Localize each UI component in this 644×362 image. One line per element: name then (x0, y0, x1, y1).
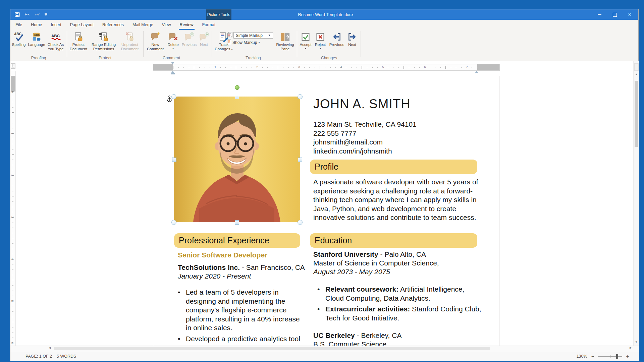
zoom-in-icon[interactable]: + (626, 354, 629, 359)
profile-section-heading[interactable]: Profile (310, 160, 477, 174)
education-bullet[interactable]: •Relevant coursework: Artificial Intelli… (317, 285, 485, 303)
vertical-scrollbar-thumb[interactable] (635, 81, 638, 147)
tab-stop-selector[interactable] (11, 63, 15, 69)
new-comment-button[interactable]: New Comment (146, 31, 165, 51)
tab-mail-merge[interactable]: Mail Merge (128, 20, 158, 30)
save-icon[interactable] (14, 12, 20, 17)
scroll-up-icon[interactable]: ▲ (634, 73, 639, 76)
maximize-button[interactable] (607, 9, 622, 20)
delete-comment-button[interactable]: Delete ▾ (166, 31, 180, 50)
first-line-indent-marker[interactable] (171, 62, 174, 64)
page-indicator[interactable]: PAGE: 1 OF 2 (25, 354, 52, 359)
word-count[interactable]: 5 WORDS (57, 354, 76, 359)
company-line[interactable]: TechSolutions Inc. - San Francisco, CA (178, 263, 305, 272)
scroll-left-icon[interactable]: ◀ (49, 346, 51, 349)
previous-change-button[interactable]: Previous (328, 31, 346, 47)
job-title[interactable]: Senior Software Developer (178, 251, 267, 259)
education-bullet[interactable]: •Extracurricular activities: Stanford Co… (317, 305, 485, 322)
contact-address[interactable]: 123 Main St. Techville, CA 94101 (313, 120, 417, 129)
scroll-down-icon[interactable]: ▼ (634, 341, 639, 344)
contact-email[interactable]: johnsmith@email.com (313, 138, 417, 147)
group-label-changes: Changes (321, 56, 337, 60)
school-1-line[interactable]: Stanford University - Palo Alto, CA (313, 250, 426, 259)
zoom-level[interactable]: 130% (577, 354, 587, 359)
show-markup-button[interactable]: Show Markup ▾ (227, 40, 260, 45)
contact-phone[interactable]: 222 555 7777 (313, 129, 417, 138)
horizontal-ruler-ticks: 1 2 3 4 5 6 7 (173, 64, 477, 70)
tab-format[interactable]: Format (198, 20, 220, 30)
zoom-out-icon[interactable]: − (591, 354, 594, 359)
reviewing-pane-button[interactable]: Reviewing Pane (275, 31, 296, 51)
resize-handle-top-right[interactable] (298, 94, 303, 99)
rotation-handle[interactable] (235, 85, 239, 90)
next-comment-button[interactable]: Next (198, 31, 210, 47)
display-for-review-select[interactable]: Simple Markup ▼ (233, 32, 273, 39)
resize-handle-left[interactable] (172, 158, 176, 162)
experience-bullet[interactable]: •Developed a predictive analytics tool (178, 335, 305, 344)
next-change-button[interactable]: Next (346, 31, 358, 47)
resize-handle-top[interactable] (235, 95, 239, 99)
vertical-ruler[interactable]: 0 1 2 3 4 5 6 (11, 71, 16, 346)
degree-2[interactable]: B.S. Computer Science (313, 340, 386, 346)
maximize-icon (613, 13, 617, 17)
experience-section-heading[interactable]: Professional Experience (174, 233, 300, 248)
education-section-heading[interactable]: Education (310, 233, 477, 248)
previous-change-icon (332, 31, 341, 42)
experience-bullet[interactable]: •Led a team of 5 developers in designing… (178, 288, 305, 333)
tab-references[interactable]: References (98, 20, 128, 30)
check-as-you-type-button[interactable]: ABC Check As You Type (46, 31, 65, 51)
resize-handle-bottom-left[interactable] (171, 220, 176, 225)
redo-icon[interactable] (34, 12, 40, 17)
resize-handle-top-left[interactable] (171, 94, 176, 99)
spelling-button[interactable]: ABC Spelling (10, 31, 27, 47)
vertical-ruler-ticks (11, 92, 15, 346)
resize-handle-bottom[interactable] (235, 220, 239, 225)
previous-comment-button[interactable]: Previous (181, 31, 197, 47)
tab-home[interactable]: Home (26, 20, 46, 30)
tab-insert[interactable]: Insert (47, 20, 66, 30)
resize-handle-bottom-right[interactable] (298, 220, 303, 225)
language-button[interactable]: ABC Language (28, 31, 45, 47)
range-editing-permissions-button[interactable]: Range Editing Permissions (90, 31, 118, 51)
ribbon: ABC Spelling ABC Language ABC Check As Y… (10, 30, 638, 61)
spelling-icon: ABC (14, 31, 24, 42)
vruler-number: 1 (11, 132, 14, 134)
experience-bullets[interactable]: •Led a team of 5 developers in designing… (178, 288, 305, 345)
vertical-scrollbar[interactable]: ▲ ▼ (633, 61, 639, 346)
reject-button[interactable]: Reject ▾ (314, 31, 327, 50)
tab-file[interactable]: File (11, 20, 26, 30)
zoom-slider[interactable] (598, 356, 622, 357)
undo-icon[interactable] (24, 12, 30, 17)
accept-button[interactable]: Accept ▾ (298, 31, 313, 50)
left-indent-marker[interactable] (171, 73, 175, 74)
education-bullets[interactable]: •Relevant coursework: Artificial Intelli… (317, 285, 485, 324)
hanging-indent-marker[interactable] (171, 71, 174, 73)
minimize-button[interactable] (592, 9, 607, 20)
horizontal-scrollbar[interactable]: ◀ ▶ (10, 346, 639, 351)
horizontal-ruler[interactable]: 1 2 3 4 5 6 7 (153, 62, 500, 73)
horizontal-scrollbar-thumb[interactable] (54, 347, 490, 350)
degree-1[interactable]: Master of Science in Computer Science, (313, 259, 439, 268)
profile-text[interactable]: A passionate software developer with ove… (313, 178, 483, 222)
bullet-icon: • (178, 335, 186, 344)
education-dates-1[interactable]: August 2073 - May 2075 (313, 267, 390, 277)
experience-dates[interactable]: January 2020 - Present (178, 272, 251, 281)
resume-photo[interactable] (174, 97, 300, 222)
protect-document-button[interactable]: Protect Document (69, 31, 88, 51)
ruler-toggle-button[interactable] (634, 63, 639, 71)
tab-page-layout[interactable]: Page Layout (66, 20, 98, 30)
tab-view[interactable]: View (158, 20, 175, 30)
close-button[interactable]: ✕ (622, 9, 637, 20)
school-2-line[interactable]: UC Berkeley - Berkeley, CA (313, 331, 401, 340)
scroll-right-icon[interactable]: ▶ (630, 346, 632, 349)
customize-qat-icon[interactable] (44, 13, 48, 16)
contact-linkedin[interactable]: linkedin.com/in/johnsmith (313, 147, 417, 156)
resize-handle-right[interactable] (298, 158, 302, 162)
tab-review[interactable]: Review (175, 20, 198, 30)
resume-contact[interactable]: 123 Main St. Techville, CA 94101 222 555… (313, 120, 417, 156)
right-indent-marker[interactable] (475, 71, 478, 73)
unprotect-document-button[interactable]: Unprotect Document (119, 31, 141, 51)
document-page[interactable]: JOHN A. SMITH 123 Main St. Techville, CA… (153, 76, 499, 346)
zoom-slider-thumb[interactable] (616, 354, 618, 359)
resume-name[interactable]: JOHN A. SMITH (313, 97, 411, 111)
